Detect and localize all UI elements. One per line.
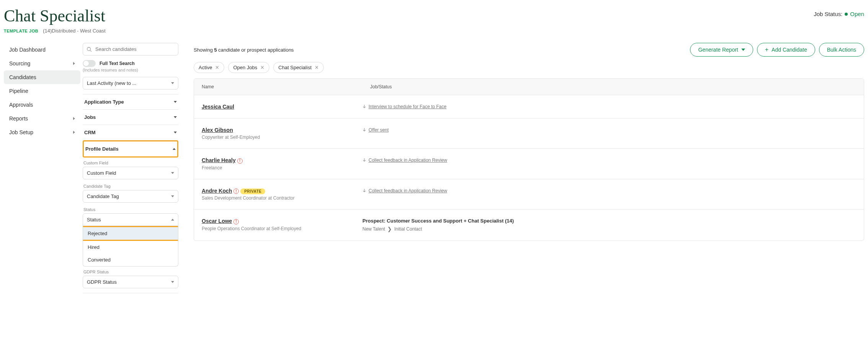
chevron-right-icon xyxy=(73,117,75,120)
sidebar-nav: Job DashboardSourcingCandidatesPipelineA… xyxy=(4,43,80,139)
remove-chip-icon[interactable]: ✕ xyxy=(315,65,319,70)
chevron-right-icon xyxy=(73,131,75,134)
job-meta: (14)Distributed - West Coast xyxy=(43,28,106,34)
svg-line-1 xyxy=(90,50,92,52)
chevron-down-icon xyxy=(171,82,174,84)
template-job-badge: TEMPLATE JOB xyxy=(4,29,38,33)
status-label: Status xyxy=(83,207,178,212)
candidate-name-link[interactable]: Andre Koch xyxy=(202,188,232,194)
filter-chip-active[interactable]: Active✕ xyxy=(194,62,224,73)
main-content: Showing 5 candidate or prospect applicat… xyxy=(194,43,864,241)
chevron-down-icon xyxy=(174,132,177,133)
full-text-search-label: Full Text Search xyxy=(100,61,135,66)
candidate-tag-select[interactable]: Candidate Tag xyxy=(83,190,178,203)
alert-icon: ! xyxy=(237,158,243,164)
search-input[interactable] xyxy=(83,43,178,55)
job-status: Job Status: Open xyxy=(814,11,864,17)
accordion-profile-details[interactable]: Profile Details xyxy=(83,140,178,158)
down-arrow-icon xyxy=(362,189,366,193)
chevron-down-icon xyxy=(171,172,174,174)
alert-icon: ! xyxy=(233,188,239,194)
candidate-subtitle: People Operations Coordinator at Self-Em… xyxy=(202,226,362,231)
down-arrow-icon xyxy=(362,105,366,109)
accordion-crm[interactable]: CRM xyxy=(83,125,178,140)
status-dot-icon xyxy=(845,13,848,16)
filters-panel: Full Text Search (Includes resumes and n… xyxy=(83,43,178,293)
accordion-jobs[interactable]: Jobs xyxy=(83,110,178,125)
private-badge: PRIVATE xyxy=(240,188,265,194)
column-header-name: Name xyxy=(194,79,362,95)
page-title: Chat Specialist xyxy=(4,6,106,26)
nav-item-candidates[interactable]: Candidates xyxy=(4,70,80,84)
svg-point-0 xyxy=(87,47,91,50)
sort-select[interactable]: Last Activity (new to ... xyxy=(83,77,178,89)
candidate-tag-label: Candidate Tag xyxy=(83,184,178,188)
table-row: Charlie Healy !FreelanceCollect feedback… xyxy=(194,149,864,179)
status-option-converted[interactable]: Converted xyxy=(83,253,178,266)
candidate-name-link[interactable]: Jessica Caul xyxy=(202,104,234,110)
table-row: Andre Koch ! PRIVATESales Development Co… xyxy=(194,179,864,210)
status-option-hired[interactable]: Hired xyxy=(83,241,178,253)
status-option-rejected[interactable]: Rejected xyxy=(83,227,178,240)
full-text-search-toggle[interactable] xyxy=(83,60,96,67)
add-candidate-button[interactable]: + Add Candidate xyxy=(757,43,815,57)
status-link[interactable]: Interview to schedule for Face to Face xyxy=(362,104,446,109)
gdpr-status-label: GDPR Status xyxy=(83,270,178,274)
chevron-down-icon xyxy=(171,195,174,197)
candidate-name-link[interactable]: Charlie Healy xyxy=(202,157,236,163)
table-row: Oscar Lowe !People Operations Coordinato… xyxy=(194,210,864,240)
chevron-up-icon xyxy=(171,219,174,221)
nav-item-pipeline[interactable]: Pipeline xyxy=(4,84,80,98)
table-row: Alex GibsonCopywriter at Self-EmployedOf… xyxy=(194,119,864,149)
candidate-subtitle: Freelance xyxy=(202,165,362,171)
nav-item-sourcing[interactable]: Sourcing xyxy=(4,57,80,70)
filter-chip-chat-specialist[interactable]: Chat Specialist✕ xyxy=(273,62,324,73)
bulk-actions-button[interactable]: Bulk Actions xyxy=(819,43,864,57)
chevron-right-icon xyxy=(73,62,75,65)
candidate-name-link[interactable]: Oscar Lowe xyxy=(202,218,232,224)
remove-chip-icon[interactable]: ✕ xyxy=(260,65,264,70)
full-text-search-help: (Includes resumes and notes) xyxy=(83,68,178,72)
chevron-down-icon xyxy=(174,101,177,103)
status-link[interactable]: Offer sent xyxy=(362,127,388,133)
status-link[interactable]: Collect feedback in Application Review xyxy=(362,158,447,163)
down-arrow-icon xyxy=(362,128,366,132)
search-icon xyxy=(86,47,92,52)
chevron-down-icon xyxy=(741,49,745,51)
column-header-job: Job/Status xyxy=(362,79,864,95)
showing-count: Showing 5 candidate or prospect applicat… xyxy=(194,47,294,53)
nav-item-approvals[interactable]: Approvals xyxy=(4,98,80,112)
candidate-subtitle: Sales Development Coordinator at Contrac… xyxy=(202,195,362,201)
chevron-down-icon xyxy=(174,116,177,118)
candidate-subtitle: Copywriter at Self-Employed xyxy=(202,135,362,140)
accordion-application-type[interactable]: Application Type xyxy=(83,94,178,109)
custom-field-select[interactable]: Custom Field xyxy=(83,167,178,179)
table-row: Jessica CaulInterview to schedule for Fa… xyxy=(194,95,864,119)
gdpr-status-select[interactable]: GDPR Status xyxy=(83,276,178,288)
alert-icon: ! xyxy=(233,219,239,224)
status-link[interactable]: Collect feedback in Application Review xyxy=(362,188,447,193)
generate-report-button[interactable]: Generate Report xyxy=(690,43,753,57)
remove-chip-icon[interactable]: ✕ xyxy=(215,65,219,70)
chevron-right-icon: ❯ xyxy=(387,226,392,232)
nav-item-job-setup[interactable]: Job Setup xyxy=(4,125,80,139)
custom-field-label: Custom Field xyxy=(83,161,178,165)
nav-item-reports[interactable]: Reports xyxy=(4,112,80,125)
status-select[interactable]: Status xyxy=(83,213,178,226)
status-dropdown-list: RejectedHiredConverted xyxy=(83,226,178,266)
prospect-title: Prospect: Customer Success and Support +… xyxy=(362,218,516,224)
stage-path: New Talent❯Initial Contact xyxy=(362,226,856,232)
candidate-name-link[interactable]: Alex Gibson xyxy=(202,127,233,133)
plus-icon: + xyxy=(765,47,768,52)
nav-item-job-dashboard[interactable]: Job Dashboard xyxy=(4,43,80,57)
job-status-value: Open xyxy=(850,11,864,17)
chevron-up-icon xyxy=(173,148,176,150)
filter-chip-open-jobs[interactable]: Open Jobs✕ xyxy=(228,62,269,73)
chevron-down-icon xyxy=(171,281,174,283)
candidates-table: Name Job/Status Jessica CaulInterview to… xyxy=(194,78,864,241)
down-arrow-icon xyxy=(362,158,366,162)
